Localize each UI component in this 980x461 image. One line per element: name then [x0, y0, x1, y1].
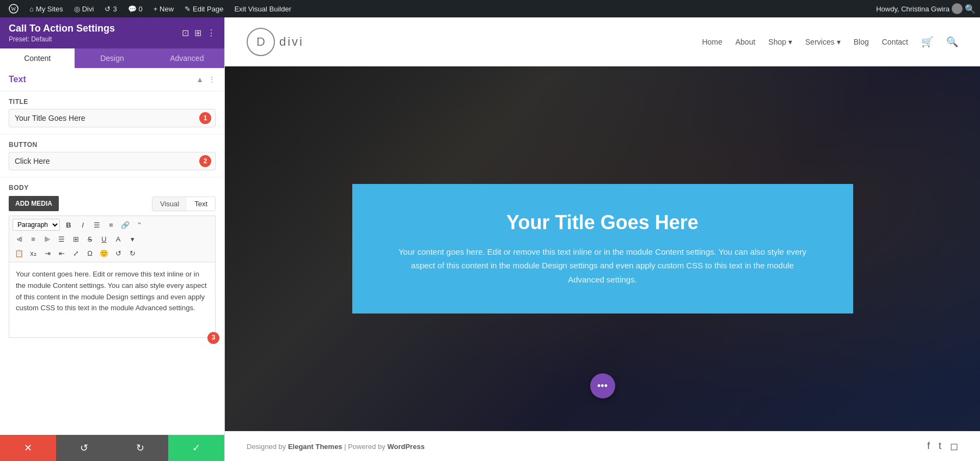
- search-icon[interactable]: 🔍: [965, 4, 976, 14]
- site-nav: Home About Shop ▾ Services ▾ Blog Contac: [702, 36, 958, 48]
- footer-text: Designed by Elegant Themes | Powered by …: [247, 442, 425, 451]
- emoji-button[interactable]: 🙂: [97, 247, 111, 260]
- panel-expand-icon[interactable]: ⊡: [182, 28, 189, 38]
- align-right-button[interactable]: ⫸: [41, 232, 54, 245]
- services-dropdown-icon: ▾: [837, 38, 841, 46]
- indent-button[interactable]: ⇥: [41, 247, 54, 260]
- footer-social: f t ◻: [927, 440, 958, 452]
- fullscreen-button[interactable]: ⤢: [69, 247, 82, 260]
- title-input-wrap: 1: [9, 109, 216, 127]
- tab-advanced[interactable]: Advanced: [150, 48, 224, 68]
- panel-preset: Preset: Default: [9, 35, 115, 43]
- panel-header: Call To Action Settings Preset: Default …: [0, 17, 224, 48]
- instagram-icon[interactable]: ◻: [950, 440, 958, 452]
- cart-icon[interactable]: 🛒: [921, 36, 933, 48]
- section-collapse-icon[interactable]: ▲: [196, 75, 204, 84]
- button-input[interactable]: [9, 152, 216, 170]
- section-header-icons: ▲ ⋮: [196, 75, 216, 84]
- panel-header-info: Call To Action Settings Preset: Default: [9, 23, 115, 43]
- title-input[interactable]: [9, 109, 216, 127]
- section-options-icon[interactable]: ⋮: [208, 75, 216, 84]
- tab-design[interactable]: Design: [75, 48, 149, 68]
- nav-contact[interactable]: Contact: [882, 38, 908, 46]
- link-button[interactable]: 🔗: [119, 218, 132, 231]
- nav-search-icon[interactable]: 🔍: [946, 36, 958, 48]
- tab-content[interactable]: Content: [0, 48, 75, 68]
- left-panel: Call To Action Settings Preset: Default …: [0, 17, 225, 461]
- text-color-button[interactable]: A: [112, 232, 125, 245]
- editor-format-bar: Paragraph B I ☰ ≡ 🔗 " ⫷ ≡ ⫸ ☰ ⊞: [9, 216, 216, 262]
- align-justify-button[interactable]: ☰: [55, 232, 68, 245]
- paragraph-select[interactable]: Paragraph: [13, 219, 60, 231]
- new-btn[interactable]: + New: [149, 0, 178, 17]
- blockquote-button[interactable]: ": [133, 218, 146, 231]
- twitter-icon[interactable]: t: [939, 440, 941, 452]
- comments-btn[interactable]: 💬 0: [124, 0, 147, 17]
- wp-logo[interactable]: W: [4, 0, 23, 17]
- add-media-button[interactable]: ADD MEDIA: [9, 196, 59, 211]
- table-button[interactable]: ⊞: [69, 232, 82, 245]
- text-section-header: Text ▲ ⋮: [0, 68, 224, 91]
- nav-services[interactable]: Services ▾: [805, 38, 841, 46]
- button-label: Button: [9, 141, 216, 149]
- text-section-title: Text: [9, 75, 26, 84]
- exit-builder-btn[interactable]: Exit Visual Builder: [230, 0, 296, 17]
- nav-home[interactable]: Home: [702, 38, 722, 46]
- user-avatar: [952, 3, 963, 14]
- paste-text-button[interactable]: 📋: [13, 247, 26, 260]
- italic-button[interactable]: I: [76, 218, 89, 231]
- panel-menu-icon[interactable]: ⋮: [207, 28, 216, 38]
- revisions-btn[interactable]: ↺ 3: [100, 0, 121, 17]
- bold-button[interactable]: B: [62, 218, 75, 231]
- unordered-list-button[interactable]: ☰: [90, 218, 103, 231]
- strikethrough-button[interactable]: S̶: [83, 232, 96, 245]
- outdent-button[interactable]: ⇤: [55, 247, 68, 260]
- title-label: Title: [9, 98, 216, 106]
- site-footer: Designed by Elegant Themes | Powered by …: [225, 431, 980, 461]
- facebook-icon[interactable]: f: [927, 440, 930, 452]
- editor-toolbar-top: ADD MEDIA Visual Text: [9, 196, 216, 211]
- logo-text: divi: [279, 35, 304, 49]
- panel-tabs: Content Design Advanced: [0, 48, 224, 68]
- editor-visual-tab[interactable]: Visual: [152, 197, 187, 211]
- ordered-list-button[interactable]: ≡: [105, 218, 118, 231]
- special-char-button[interactable]: Ω: [83, 247, 96, 260]
- fab-bubble[interactable]: •••: [590, 373, 615, 398]
- undo-button[interactable]: ↺: [112, 247, 125, 260]
- cta-title: Your Title Goes Here: [396, 211, 810, 234]
- cta-box[interactable]: Your Title Goes Here Your content goes h…: [352, 184, 853, 314]
- format-row-1: Paragraph B I ☰ ≡ 🔗 ": [13, 218, 212, 231]
- button-input-wrap: 2: [9, 152, 216, 170]
- site-name-btn[interactable]: ◎ Divi: [70, 0, 99, 17]
- panel-title: Call To Action Settings: [9, 23, 115, 34]
- panel-header-icons: ⊡ ⊞ ⋮: [182, 28, 216, 38]
- edit-page-btn[interactable]: ✎ Edit Page: [180, 0, 228, 17]
- admin-bar: W ⌂ My Sites ◎ Divi ↺ 3 💬 0 + New ✎ Edit…: [0, 0, 980, 17]
- format-row-3: 📋 x₂ ⇥ ⇤ ⤢ Ω 🙂 ↺ ↻: [13, 247, 212, 260]
- nav-about[interactable]: About: [736, 38, 756, 46]
- nav-blog[interactable]: Blog: [854, 38, 869, 46]
- admin-bar-right: Howdy, Christina Gwira 🔍: [876, 3, 976, 14]
- format-row-2: ⫷ ≡ ⫸ ☰ ⊞ S̶ U A ▾: [13, 232, 212, 245]
- subscript-button[interactable]: x₂: [27, 247, 40, 260]
- undo-action-button[interactable]: ↺: [56, 435, 112, 461]
- editor-content[interactable]: Your content goes here. Edit or remove t…: [9, 262, 216, 338]
- underline-button[interactable]: U: [97, 232, 111, 245]
- my-sites-btn[interactable]: ⌂ My Sites: [25, 0, 68, 17]
- site-logo: D divi: [247, 28, 304, 56]
- panel-grid-icon[interactable]: ⊞: [194, 28, 201, 38]
- color-dropdown-button[interactable]: ▾: [126, 232, 139, 245]
- body-badge: 3: [207, 332, 219, 344]
- align-left-button[interactable]: ⫷: [13, 232, 26, 245]
- editor-text-tab[interactable]: Text: [187, 197, 215, 211]
- editor-mode-tabs: Visual Text: [152, 196, 216, 211]
- redo-button[interactable]: ↻: [126, 247, 139, 260]
- save-button[interactable]: ✓: [168, 435, 224, 461]
- nav-shop[interactable]: Shop ▾: [768, 38, 792, 46]
- main-layout: Call To Action Settings Preset: Default …: [0, 17, 980, 461]
- redo-action-button[interactable]: ↻: [112, 435, 168, 461]
- panel-actions: ✕ ↺ ↻ ✓: [0, 435, 224, 461]
- cancel-button[interactable]: ✕: [0, 435, 56, 461]
- align-center-button[interactable]: ≡: [27, 232, 40, 245]
- panel-body: Text ▲ ⋮ Title 1 Button 2: [0, 68, 224, 435]
